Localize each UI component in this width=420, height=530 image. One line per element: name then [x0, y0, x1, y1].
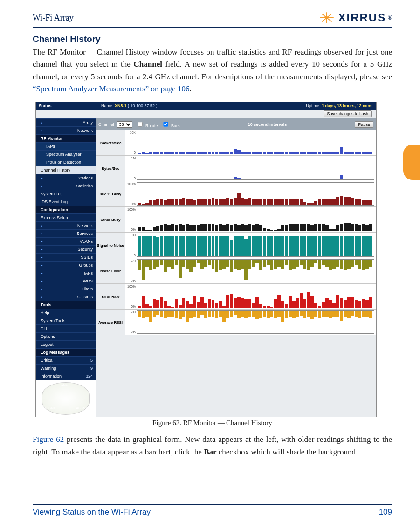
- chart-axis: 100%0%: [125, 181, 137, 206]
- bars-checkbox[interactable]: Bars: [161, 120, 180, 129]
- chart-plot: [137, 131, 374, 154]
- chart-row: Bytes/Sec1M0: [96, 156, 376, 181]
- chart-label: Error Rate: [96, 284, 125, 309]
- chart-axis: 1M0: [125, 156, 137, 181]
- chart-plot: [137, 157, 374, 180]
- sidebar-item[interactable]: Security: [36, 245, 96, 253]
- chart-plot: [137, 259, 374, 282]
- sidebar-item[interactable]: Logout: [36, 340, 96, 348]
- chart-plot: [137, 234, 374, 257]
- sidebar-item: RF Monitor: [36, 134, 96, 142]
- sidebar-item[interactable]: Options: [36, 332, 96, 340]
- paragraph-2: Figure 62 presents the data in graphical…: [33, 434, 392, 458]
- rotate-checkbox[interactable]: Rotate: [135, 120, 158, 129]
- logo-text: XIRRUS: [338, 11, 386, 24]
- registered-mark: ®: [388, 14, 392, 21]
- pause-button[interactable]: Pause: [355, 121, 373, 128]
- chart-label: Noise Floor: [96, 258, 125, 283]
- svg-line-2: [327, 14, 331, 18]
- sidebar-item[interactable]: Spectrum Analyzer: [36, 150, 96, 158]
- xref-spectrum-analyzer[interactable]: “Spectrum Analyzer Measurements” on page…: [33, 84, 190, 93]
- sidebar-item[interactable]: Channel History: [36, 166, 96, 174]
- sidebar-item[interactable]: IDS Event Log: [36, 198, 96, 206]
- sidebar-item[interactable]: WDS: [36, 277, 96, 285]
- running-header: Wi-Fi Array XIRRUS: [33, 11, 392, 28]
- sidebar-item[interactable]: Statistics: [36, 182, 96, 190]
- thumb-tab: [403, 145, 420, 180]
- sidebar-item: Configuration: [36, 206, 96, 213]
- page-number: 109: [379, 508, 392, 517]
- chart-label: Bytes/Sec: [96, 156, 125, 181]
- log-count[interactable]: Information324: [36, 372, 96, 380]
- interval-label: 10 second intervals: [183, 122, 352, 127]
- chart-label: Packets/Sec: [96, 130, 125, 155]
- sidebar-item[interactable]: Filters: [36, 285, 96, 293]
- chart-axis: 100%0%: [125, 284, 137, 309]
- sidebar-item[interactable]: Groups: [36, 261, 96, 269]
- svg-line-6: [322, 18, 327, 21]
- status-bar: Status Name: XN8-1 ( 10.100.57.52 ) Upti…: [36, 102, 376, 110]
- sidebar-item[interactable]: IAPs: [36, 269, 96, 277]
- chart-row: Error Rate100%0%: [96, 284, 376, 310]
- sidebar-item[interactable]: Express Setup: [36, 213, 96, 221]
- chart-row: Other Busy100%0%: [96, 207, 376, 233]
- sidebar-item[interactable]: Intrusion Detection: [36, 158, 96, 166]
- chart-axis: 10K0: [125, 130, 137, 155]
- chart-label: Average RSSI: [96, 310, 125, 335]
- chart-plot: [137, 182, 374, 206]
- sidebar: ArrayNetworkRF MonitorIAPsSpectrum Analy…: [36, 118, 96, 417]
- brand-logo: XIRRUS ®: [320, 11, 392, 24]
- chart-row: Packets/Sec10K0: [96, 130, 376, 156]
- chart-plot: [137, 310, 374, 334]
- iap-diagram: AN4 ABGN4 ABGN1: [36, 380, 96, 417]
- burst-icon: [320, 12, 336, 24]
- sidebar-item: Tools: [36, 301, 96, 309]
- chart-label: Signal to Noise: [96, 233, 125, 258]
- uptime: Uptime: 1 days, 13 hours, 12 mins: [306, 103, 376, 108]
- log-count[interactable]: Critical5: [36, 356, 96, 364]
- svg-line-4: [327, 18, 331, 21]
- header-title: Wi-Fi Array: [33, 13, 74, 23]
- chart-axis: 300: [125, 233, 137, 258]
- chart-label: Other Busy: [96, 207, 125, 232]
- chart-row: 802.11 Busy100%0%: [96, 181, 376, 207]
- figure-caption: Figure 62. RF Monitor — Channel History: [33, 419, 392, 427]
- chart-toolbar: Channel 36 Rotate Bars 10 second interva…: [96, 118, 376, 130]
- paragraph-1: The RF Monitor — Channel History window …: [33, 46, 392, 95]
- sidebar-item[interactable]: Network: [36, 126, 96, 134]
- sidebar-item[interactable]: Array: [36, 118, 96, 126]
- sidebar-item[interactable]: IAPs: [36, 142, 96, 150]
- chart-axis: 100%0%: [125, 207, 137, 232]
- sidebar-item[interactable]: Clusters: [36, 293, 96, 301]
- sidebar-item[interactable]: Help: [36, 309, 96, 317]
- device-name: Name: XN8-1 ( 10.100.57.52 ): [98, 103, 158, 108]
- page-footer: Viewing Status on the Wi-Fi Array 109: [33, 504, 392, 517]
- chart-plot: [137, 208, 374, 231]
- sidebar-item[interactable]: Network: [36, 221, 96, 229]
- chart-axis: -70-95: [125, 258, 137, 283]
- screenshot-ui: Status Name: XN8-1 ( 10.100.57.52 ) Upti…: [35, 102, 377, 417]
- sidebar-item[interactable]: System Log: [36, 190, 96, 198]
- save-button[interactable]: Save changes to flash: [324, 110, 372, 117]
- chart-row: Noise Floor-70-95: [96, 258, 376, 284]
- sidebar-item[interactable]: Stations: [36, 174, 96, 182]
- footer-left: Viewing Status on the Wi-Fi Array: [33, 508, 151, 517]
- xref-figure-62[interactable]: Figure 62: [33, 435, 64, 444]
- sidebar-item: Log Messages: [36, 348, 96, 356]
- svg-line-8: [322, 14, 327, 18]
- figure-62: Status Name: XN8-1 ( 10.100.57.52 ) Upti…: [33, 102, 392, 427]
- chart-row: Signal to Noise300: [96, 233, 376, 258]
- chart-axis: -30-95: [125, 310, 137, 335]
- log-count[interactable]: Warning9: [36, 364, 96, 372]
- channel-select[interactable]: 36: [117, 121, 132, 128]
- sidebar-item[interactable]: VLANs: [36, 237, 96, 245]
- chart-row: Average RSSI-30-95: [96, 310, 376, 335]
- chart-plot: [137, 285, 374, 308]
- sidebar-item[interactable]: Services: [36, 229, 96, 237]
- status-label: Status: [36, 103, 98, 108]
- channel-label: Channel: [98, 122, 114, 127]
- sidebar-item[interactable]: System Tools: [36, 317, 96, 324]
- chart-label: 802.11 Busy: [96, 181, 125, 206]
- sidebar-item[interactable]: SSIDs: [36, 253, 96, 261]
- sidebar-item[interactable]: CLI: [36, 324, 96, 332]
